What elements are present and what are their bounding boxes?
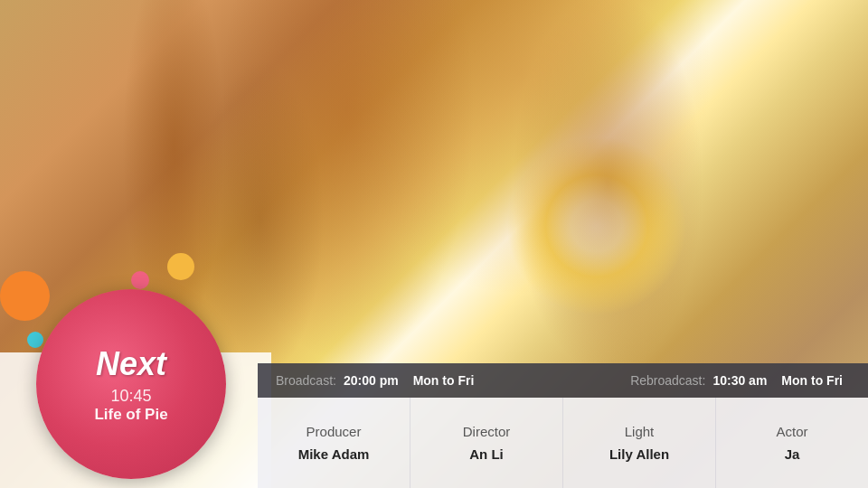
broadcast-label: Broadcast: [276,373,336,388]
deco-pink-circle [131,271,149,289]
director-name: An Li [469,446,504,462]
show-time: 10:45 [110,387,151,406]
credit-director: Director An Li [410,398,563,488]
next-label: Next [96,345,166,383]
broadcast-days: Mon to Fri [413,373,475,388]
deco-orange-big-circle [0,271,50,321]
broadcast-time: 20:00 pm [344,373,399,388]
deco-orange-small-circle [167,253,194,280]
rebroadcast-days: Mon to Fri [781,373,843,388]
deco-cyan-circle [27,332,43,348]
credit-actor: Actor Ja [716,398,868,488]
actor-name: Ja [785,446,800,462]
show-title: Life of Pie [94,406,167,424]
light-role: Light [625,424,655,439]
light-name: Lily Allen [609,446,669,462]
next-show-circle: Next 10:45 Life of Pie [36,289,226,479]
actor-role: Actor [776,424,807,439]
credit-producer: Producer Mike Adam [258,398,410,488]
credits-bar: Producer Mike Adam Director An Li Light … [258,398,868,488]
producer-role: Producer [307,424,362,439]
rebroadcast-label: Rebroadcast: [630,373,705,388]
director-role: Director [463,424,511,439]
producer-name: Mike Adam [298,446,370,462]
broadcast-bar: Broadcast: 20:00 pm Mon to Fri Rebroadca… [258,363,868,398]
credit-light: Light Lily Allen [563,398,716,488]
circle-area: Next 10:45 Life of Pie [0,262,280,488]
rebroadcast-time: 10:30 am [712,373,767,388]
